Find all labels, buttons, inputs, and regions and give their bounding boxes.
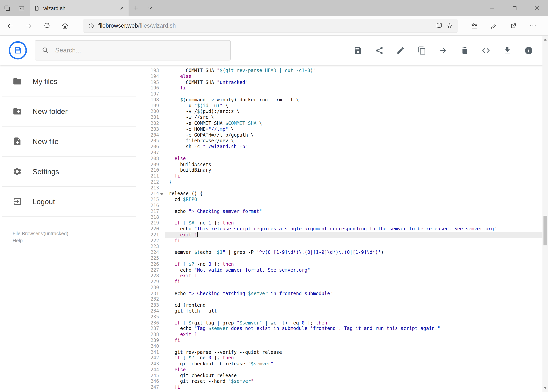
back-button[interactable] [3,18,18,34]
code-line[interactable]: 215 cd $REPO [140,197,548,203]
code-line[interactable]: 210 buildBinary [140,168,548,173]
code-line[interactable]: 224 semver=$(echo "$1" | grep -P '^v(0|[… [140,250,548,256]
refresh-button[interactable] [39,18,55,34]
share-button[interactable] [372,43,387,58]
code-line[interactable]: 218 [140,215,548,220]
code-line[interactable]: 228 exit 1 [140,273,548,279]
code-line[interactable]: 209 buildAssets [140,162,548,168]
share-button[interactable] [506,18,521,34]
scrollbar-thumb[interactable] [543,216,547,245]
code-button[interactable] [478,43,494,58]
sidebar-item-my-files[interactable]: My files [2,66,136,97]
code-line[interactable]: 202 -e COMMIT_SHA=$COMMIT_SHA \ [140,120,548,126]
code-line[interactable]: 217 echo "> Checking semver format" [140,209,548,215]
tab-close-icon[interactable] [119,6,125,11]
tab-preview-toggle[interactable] [143,0,157,16]
code-line[interactable]: 205 filebrowser/dev \ [140,138,548,144]
fold-toggle[interactable] [159,191,165,197]
close-button[interactable] [526,0,548,16]
set-aside-tabs-list-button[interactable] [0,0,14,16]
code-editor[interactable]: 193 COMMIT_SHA="$(git rev-parse HEAD | c… [140,65,548,392]
app-logo[interactable] [8,41,27,60]
code-line[interactable]: 216 [140,203,548,209]
scrollbar[interactable] [542,36,548,392]
code-line[interactable]: 242 if [ $? -ne 0 ]; then [140,355,548,361]
home-button[interactable] [57,18,73,34]
code-line[interactable]: 229 fi [140,279,548,285]
hub-button[interactable] [467,18,482,34]
code-line[interactable]: 240 [140,343,548,349]
code-line[interactable]: 212} [140,179,548,185]
code-line[interactable]: 243 git checkout -b release "$semver" [140,361,548,367]
code-line[interactable]: 198 $(command -v winpty) docker run --rm… [140,97,548,103]
scroll-down-arrow[interactable] [542,385,548,391]
download-button[interactable] [499,43,515,58]
code-line[interactable]: 246 git reset --hard "$semver" [140,379,548,385]
minimize-button[interactable] [481,0,503,16]
move-button[interactable] [436,43,451,58]
save-button[interactable] [350,43,366,58]
search-box[interactable] [35,40,231,61]
search-input[interactable] [55,47,224,54]
web-note-button[interactable] [486,18,502,34]
scroll-up-arrow[interactable] [542,36,548,43]
maximize-button[interactable] [503,0,526,16]
copy-button[interactable] [414,43,430,58]
code-line[interactable]: 231 echo "> Checking matching $semver in… [140,291,548,297]
code-line[interactable]: 230 [140,285,548,291]
code-line[interactable]: 219 if [ $# -ne 1 ]; then [140,220,548,226]
sidebar-item-settings[interactable]: Settings [2,157,136,187]
code-line[interactable]: 244 else [140,367,548,373]
fold-arrow-icon[interactable] [160,193,164,196]
address-bar[interactable]: filebrowser.web/files/wizard.sh [83,19,458,33]
sidebar-item-new-folder[interactable]: New folder [2,97,136,127]
code-line[interactable]: 239 fi [140,338,548,344]
info-button[interactable] [521,43,536,58]
code-line[interactable]: 236 if [ $(git tag | grep "$semver" | wc… [140,320,548,326]
code-line[interactable]: 238 exit 1 [140,332,548,338]
code-line[interactable]: 225 [140,256,548,261]
rename-button[interactable] [393,43,408,58]
code-line[interactable]: 234 git fetch --all [140,308,548,314]
code-line[interactable]: 199 -u "$(id -u)" \ [140,103,548,109]
code-line[interactable]: 241 git rev-parse --verify --quiet relea… [140,349,548,355]
code-line[interactable]: 201 -w //src \ [140,115,548,120]
code-line[interactable]: 222 fi [140,238,548,244]
code-line[interactable]: 220 echo "This release script requires a… [140,226,548,232]
code-line[interactable]: 204 -e GOPATH=//tmp/gopath \ [140,132,548,138]
code-line[interactable]: 221 exit 1 [140,232,548,238]
help-link[interactable]: Help [13,237,140,244]
code-line[interactable]: 200 -v /$(pwd):/src:z \ [140,109,548,115]
code-line[interactable]: 233 cd frontend [140,302,548,308]
new-tab-button[interactable] [129,0,143,16]
code-line[interactable]: 226 if [ $? -ne 0 ]; then [140,261,548,267]
code-line[interactable]: 247 fi [140,385,548,391]
code-line[interactable]: 195 COMMIT_SHA="untracked" [140,80,548,85]
forward-button[interactable] [21,18,36,34]
browser-tab[interactable]: wizard.sh [30,0,129,16]
code-line[interactable]: 197 [140,91,548,97]
delete-button[interactable] [457,43,472,58]
code-line[interactable]: 245 git checkout release [140,373,548,379]
sidebar-item-new-file[interactable]: New file [2,127,136,157]
code-line[interactable]: 211 fi [140,173,548,179]
code-line[interactable]: 194 else [140,74,548,80]
more-button[interactable] [525,18,541,34]
favorite-star-icon[interactable] [446,22,453,29]
code-line[interactable]: 223 [140,244,548,250]
site-info-icon[interactable] [88,22,94,29]
code-line[interactable]: 206 sh -c "./wizard.sh -b" [140,144,548,150]
code-line[interactable]: 207 [140,150,548,156]
code-line[interactable]: 237 echo "Tag $semver does not exist in … [140,326,548,332]
code-line[interactable]: 214release () { [140,191,548,197]
code-line[interactable]: 235 [140,314,548,320]
code-line[interactable]: 232 [140,297,548,302]
code-line[interactable]: 193 COMMIT_SHA="$(git rev-parse HEAD | c… [140,68,548,74]
set-tabs-aside-button[interactable] [14,0,28,16]
code-line[interactable]: 213 [140,185,548,191]
code-line[interactable]: 227 echo "Not valid semver format. See s… [140,267,548,273]
code-line[interactable]: 208 else [140,156,548,162]
reading-view-icon[interactable] [436,22,443,29]
code-line[interactable]: 203 -e HOME="//tmp" \ [140,126,548,132]
code-line[interactable]: 196 fi [140,85,548,91]
